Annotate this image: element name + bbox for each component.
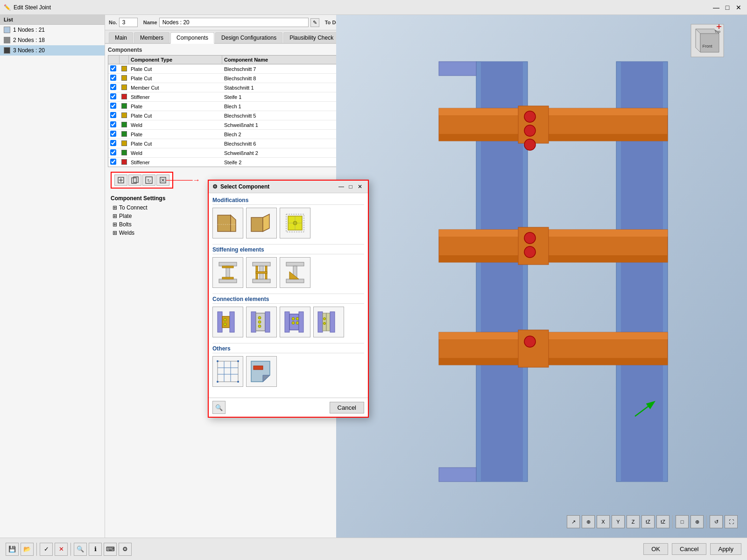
col-color <box>120 56 129 64</box>
cross-button[interactable]: ✕ <box>55 543 68 556</box>
conn-icon-2[interactable] <box>246 307 277 337</box>
viewport-icon-axes[interactable]: ↗ <box>567 515 580 528</box>
svg-rect-12 <box>439 62 476 76</box>
other-icon-2[interactable] <box>246 356 277 387</box>
row-color <box>120 65 129 73</box>
stiff-icon-3[interactable] <box>280 257 310 288</box>
svg-rect-54 <box>219 262 237 266</box>
svg-point-77 <box>258 321 261 323</box>
viewport-icon-fit[interactable]: ⛶ <box>725 515 738 528</box>
other-icon-1[interactable] <box>212 356 243 387</box>
plate-label: Plate <box>119 213 132 219</box>
modal-controls: — □ ✕ <box>337 182 364 191</box>
sidebar-item-1[interactable]: 1 Nodes : 21 <box>0 25 105 35</box>
row-check[interactable] <box>108 111 120 120</box>
svg-rect-64 <box>256 272 267 273</box>
modal-minimize-button[interactable]: — <box>337 182 345 191</box>
save-button[interactable]: 💾 <box>6 543 19 556</box>
cancel-button[interactable]: Cancel <box>672 543 706 555</box>
info-button[interactable]: ℹ <box>89 543 102 556</box>
content-area: No. 3 Name Nodes : 20 ✎ To Design Assign… <box>105 15 747 538</box>
conn-icon-4[interactable] <box>313 307 344 337</box>
row-color <box>120 93 129 101</box>
row-color <box>120 140 129 148</box>
section-divider-1 <box>212 244 364 245</box>
row-color <box>120 112 129 120</box>
viewport-icon-iso2[interactable]: tZ <box>656 515 669 528</box>
row-check[interactable] <box>108 158 120 167</box>
viewport-icon-display[interactable]: □ <box>676 515 689 528</box>
svg-marker-48 <box>263 214 269 231</box>
row-check[interactable] <box>108 130 120 139</box>
row-check[interactable] <box>108 83 120 92</box>
settings-button[interactable]: ⚙ <box>119 543 132 556</box>
sidebar-item-3[interactable]: 3 Nodes : 20 <box>0 45 105 56</box>
row-check[interactable] <box>108 74 120 83</box>
stiff-icon-2[interactable] <box>246 257 277 288</box>
stiff-icon-1[interactable] <box>212 257 243 288</box>
svg-marker-39 <box>700 34 719 52</box>
open-button[interactable]: 📂 <box>21 543 34 556</box>
ok-button[interactable]: OK <box>643 543 668 555</box>
tab-plausibility[interactable]: Plausibility Check <box>283 32 339 43</box>
close-button[interactable]: ✕ <box>734 3 743 12</box>
tab-design-config[interactable]: Design Configurations <box>215 32 282 43</box>
modal-close-button[interactable]: ✕ <box>356 182 364 191</box>
svg-point-78 <box>258 325 261 328</box>
svg-rect-26 <box>518 106 549 143</box>
viewport-icon-layers[interactable]: ⊕ <box>691 515 704 528</box>
modal-search-button[interactable]: 🔍 <box>212 401 226 414</box>
modal-maximize-button[interactable]: □ <box>346 182 355 191</box>
row-check[interactable] <box>108 120 120 129</box>
arrow-indicator: ─────→ <box>166 176 200 184</box>
row-check[interactable] <box>108 148 120 157</box>
replace-component-button[interactable]: ↻ <box>142 175 155 186</box>
conn-icon-1[interactable] <box>212 307 243 337</box>
maximize-button[interactable]: □ <box>723 3 732 12</box>
svg-rect-27 <box>518 227 549 265</box>
row-check[interactable] <box>108 139 120 148</box>
apply-button[interactable]: Apply <box>710 543 741 555</box>
viewport-icon-x[interactable]: X <box>597 515 610 528</box>
search-button[interactable]: 🔍 <box>74 543 87 556</box>
viewport-icon-iso1[interactable]: tZ <box>641 515 655 528</box>
modal-title-text: Select Component <box>220 183 269 190</box>
no-field: No. 3 <box>109 18 138 27</box>
tab-members[interactable]: Members <box>134 32 169 43</box>
viewport-icon-orbit[interactable]: ⊕ <box>582 515 595 528</box>
edit-name-button[interactable]: ✎ <box>310 18 319 27</box>
svg-rect-13 <box>439 468 476 482</box>
svg-rect-73 <box>230 312 234 332</box>
expand-icon-to-connect: ⊞ <box>113 204 117 211</box>
3d-viewport[interactable]: Front Top ↗ ⊕ X Y Z tZ tZ □ ⊕ <box>336 15 747 538</box>
sidebar-item-2[interactable]: 2 Nodes : 18 <box>0 35 105 45</box>
mod-icon-1[interactable] <box>212 208 243 238</box>
svg-rect-65 <box>286 262 304 266</box>
viewport-icon-z[interactable]: Z <box>627 515 640 528</box>
check-button[interactable]: ✓ <box>40 543 53 556</box>
tab-components[interactable]: Components <box>170 32 214 44</box>
section-others: Others <box>212 345 364 387</box>
viewport-icon-rotate[interactable]: ↺ <box>710 515 723 528</box>
row-check[interactable] <box>108 102 120 111</box>
viewport-icon-y[interactable]: Y <box>612 515 625 528</box>
duplicate-component-button[interactable] <box>128 175 141 186</box>
minimize-button[interactable]: — <box>712 3 721 12</box>
no-value: 3 <box>119 18 138 27</box>
mod-icon-2[interactable] <box>246 208 277 238</box>
row-type: Plate <box>129 131 222 138</box>
to-connect-label: To Connect <box>119 204 148 211</box>
row-check[interactable] <box>108 92 120 101</box>
calculator-button[interactable]: ⌨ <box>104 543 117 556</box>
svg-text:Top: Top <box>714 29 720 34</box>
row-check[interactable] <box>108 64 120 73</box>
svg-rect-79 <box>265 312 270 332</box>
tab-main[interactable]: Main <box>109 32 133 43</box>
svg-rect-19 <box>439 134 668 141</box>
add-component-button[interactable] <box>114 175 127 186</box>
conn-icon-3[interactable] <box>280 307 310 337</box>
svg-point-30 <box>524 125 536 136</box>
svg-point-82 <box>292 317 295 320</box>
modal-cancel-button[interactable]: Cancel <box>330 402 364 413</box>
mod-icon-3[interactable] <box>280 208 310 238</box>
